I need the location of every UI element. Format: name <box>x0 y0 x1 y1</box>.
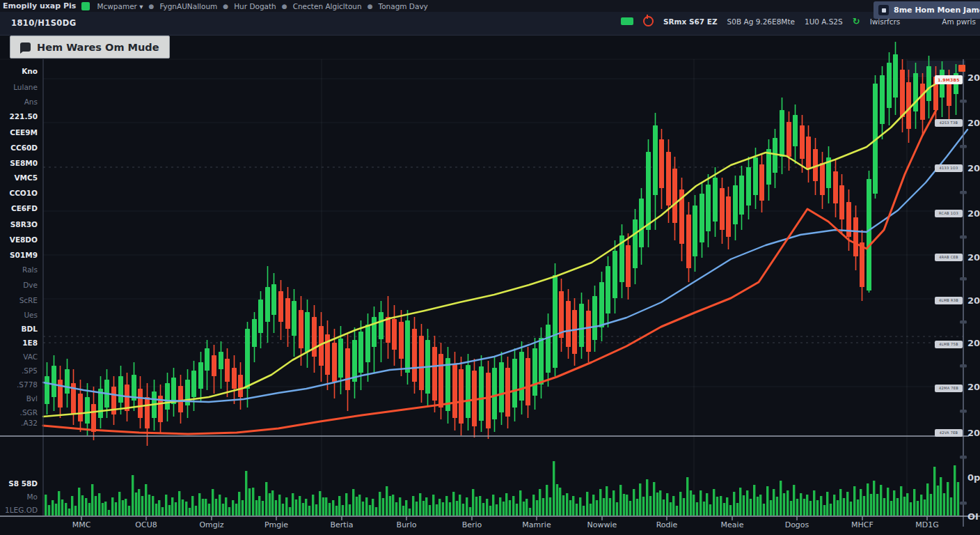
volume-bar <box>816 500 819 515</box>
candle-body <box>532 348 537 396</box>
volume-bar <box>475 497 477 515</box>
volume-bar <box>629 501 631 515</box>
volume-bar <box>74 506 77 515</box>
chart-mode-button[interactable]: Hem Wares Om Mude <box>10 36 170 59</box>
volume-bar <box>659 490 661 515</box>
volume-bar <box>329 503 331 515</box>
volume-bar <box>723 503 725 515</box>
volume-bar <box>195 506 197 515</box>
volume-bar <box>576 504 578 515</box>
volume-bar <box>252 488 254 515</box>
candle-body <box>419 336 424 390</box>
volume-bar <box>222 504 224 515</box>
price-scale[interactable] <box>963 59 980 527</box>
symbol-toolbar: 1810/H1S0DG SRmx S67 EZS0B Ag 9.26E8Mte1… <box>0 12 980 36</box>
candle-body <box>285 298 290 329</box>
volume-bar <box>141 496 143 515</box>
status-square-icon <box>81 2 90 10</box>
volume-bar <box>399 497 401 515</box>
volume-bar <box>315 504 317 515</box>
candle-body <box>232 368 237 389</box>
volume-bar <box>592 495 594 515</box>
legend-label: Ues <box>24 311 38 319</box>
volume-bar <box>750 499 752 515</box>
volume-bar <box>55 504 57 515</box>
legend-label: CCO1O <box>9 189 38 197</box>
price-level-tag: 4LMB R3B <box>935 297 963 304</box>
green-badge-icon[interactable] <box>621 17 633 25</box>
volume-bar <box>215 499 217 515</box>
volume-bar <box>586 492 588 515</box>
chart-canvas[interactable] <box>0 0 980 535</box>
volume-bar <box>703 502 705 515</box>
volume-bar <box>720 496 722 515</box>
volume-bar <box>599 489 601 515</box>
volume-bar <box>639 483 641 515</box>
volume-bar <box>389 496 391 515</box>
volume-bar <box>198 493 200 515</box>
volume-bar <box>95 496 97 515</box>
volume-bar <box>525 499 528 515</box>
candle-body <box>345 348 350 390</box>
account-panel[interactable]: 8me Hom Moen Jamoo <box>874 1 980 19</box>
volume-bar <box>356 497 358 515</box>
time-scale[interactable] <box>43 517 963 535</box>
symbol-label: 1810/H1S0DG <box>11 18 77 28</box>
volume-bar <box>757 497 759 515</box>
price-axis-label: 0pm <box>967 472 980 483</box>
volume-bar <box>733 492 735 515</box>
candle-body <box>853 217 858 256</box>
candle-body <box>920 84 925 120</box>
volume-bar <box>258 496 260 515</box>
volume-bar <box>603 498 605 515</box>
candle-body <box>746 167 751 206</box>
menu-item-2[interactable]: Hur Dogath <box>234 2 276 10</box>
power-icon[interactable] <box>643 16 654 26</box>
candle-body <box>165 383 170 410</box>
candle-body <box>432 347 437 401</box>
candle-body <box>833 171 838 203</box>
volume-bar <box>472 489 474 515</box>
volume-bar <box>232 500 234 515</box>
menu-item-1[interactable]: FygnAUNalloum <box>159 2 217 10</box>
candle-body <box>653 125 658 195</box>
candle-body <box>806 137 811 169</box>
volume-bar <box>91 484 93 515</box>
candle-body <box>753 157 758 195</box>
axis-alert-marker[interactable] <box>958 65 965 72</box>
legend-label: CE6FD <box>11 204 38 212</box>
volume-bar <box>125 499 127 515</box>
volume-bar <box>225 497 227 515</box>
legend-label: CEE9M <box>10 128 38 137</box>
volume-bar <box>950 497 952 515</box>
refresh-icon[interactable]: ↻ <box>853 17 860 25</box>
price-level-tag: 4133 1O3 <box>935 164 963 172</box>
volume-bar <box>382 498 384 515</box>
volume-bar <box>853 486 855 515</box>
volume-bar <box>616 502 618 515</box>
volume-bar <box>839 489 841 515</box>
volume-bar <box>219 495 221 515</box>
volume-bar <box>155 504 157 515</box>
candle-body <box>893 54 898 98</box>
candle-body <box>466 365 471 418</box>
volume-bar <box>590 504 592 515</box>
chat-bubble-icon <box>20 42 31 52</box>
volume-bar <box>369 505 371 515</box>
volume-bar <box>917 501 919 515</box>
legend-label: ScRE <box>19 296 38 304</box>
price-axis-label: 20 <box>967 428 980 438</box>
menu-item-3[interactable]: Cnecten Algicltoun <box>293 2 362 10</box>
candle-body <box>278 291 283 322</box>
menu-item-0[interactable]: Mcwpamer ▾ <box>97 2 143 10</box>
volume-bar <box>78 488 80 515</box>
candle-body <box>599 282 604 327</box>
date-axis-label: Nowwie <box>587 520 617 529</box>
menu-item-4[interactable]: Tonagm Davy <box>379 2 428 10</box>
candle-body <box>512 359 517 408</box>
volume-bar <box>422 501 425 515</box>
legend-label: BDL <box>22 325 38 333</box>
top-menu-bar: Emopily uxap Pis Mcwpamer ▾●FygnAUNallou… <box>0 0 980 12</box>
status-text-4: 1U0 A.S2S <box>805 17 843 26</box>
date-axis-label: Bertia <box>331 520 354 529</box>
